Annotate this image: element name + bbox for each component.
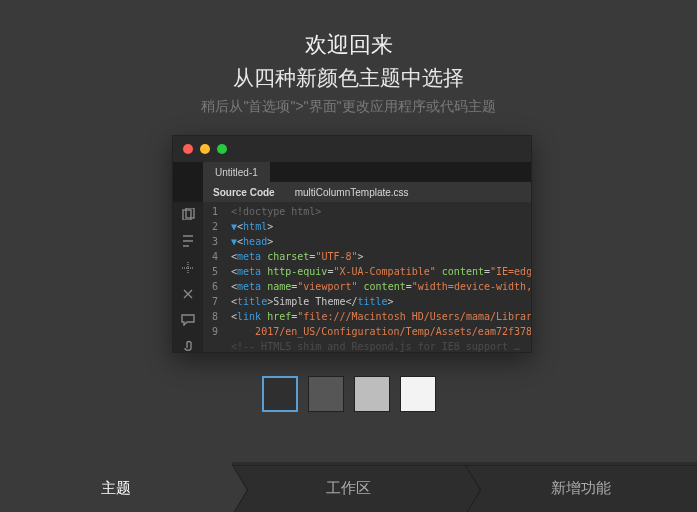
bottom-tab-1[interactable]: 工作区 (232, 462, 464, 512)
attach-icon (181, 340, 195, 352)
source-code-tab: Source Code (203, 187, 285, 198)
theme-swatches (0, 376, 697, 412)
welcome-header: 欢迎回来 从四种新颜色主题中选择 稍后从"首选项">"界面"更改应用程序或代码主… (0, 0, 697, 116)
expand-icon (181, 261, 195, 273)
maximize-icon (217, 144, 227, 154)
insert-icon (181, 234, 195, 246)
window-titlebar (173, 136, 531, 162)
bottom-tab-label: 新增功能 (551, 479, 611, 498)
line-gutter: 123456789 (203, 202, 221, 352)
bottom-tab-label: 工作区 (326, 479, 371, 498)
bottom-tab-label: 主题 (101, 479, 131, 498)
bottom-tab-2[interactable]: 新增功能 (465, 462, 697, 512)
theme-swatch-1[interactable] (308, 376, 344, 412)
sub-tab-bar: Source Code multiColumnTemplate.css (203, 182, 531, 202)
welcome-title: 欢迎回来 (0, 30, 697, 60)
files-icon (181, 208, 195, 220)
side-toolbar (173, 202, 203, 352)
bottom-tab-bar: 主题工作区新增功能 (0, 462, 697, 512)
welcome-subtitle: 从四种新颜色主题中选择 (0, 64, 697, 92)
document-tab-bar: Untitled-1 (173, 162, 531, 182)
document-tab: Untitled-1 (203, 162, 270, 182)
code-content: <!doctype html> ▼<html> ▼<head> <meta ch… (221, 202, 531, 352)
theme-swatch-0[interactable] (262, 376, 298, 412)
snippets-icon (181, 287, 195, 299)
welcome-hint: 稍后从"首选项">"界面"更改应用程序或代码主题 (0, 98, 697, 116)
comment-icon (181, 313, 195, 325)
close-icon (183, 144, 193, 154)
theme-swatch-3[interactable] (400, 376, 436, 412)
minimize-icon (200, 144, 210, 154)
code-area: 123456789 <!doctype html> ▼<html> ▼<head… (173, 202, 531, 352)
editor-preview: Untitled-1 Source Code multiColumnTempla… (172, 135, 532, 353)
theme-swatch-2[interactable] (354, 376, 390, 412)
related-file-tab: multiColumnTemplate.css (285, 187, 419, 198)
bottom-tab-0[interactable]: 主题 (0, 462, 232, 512)
